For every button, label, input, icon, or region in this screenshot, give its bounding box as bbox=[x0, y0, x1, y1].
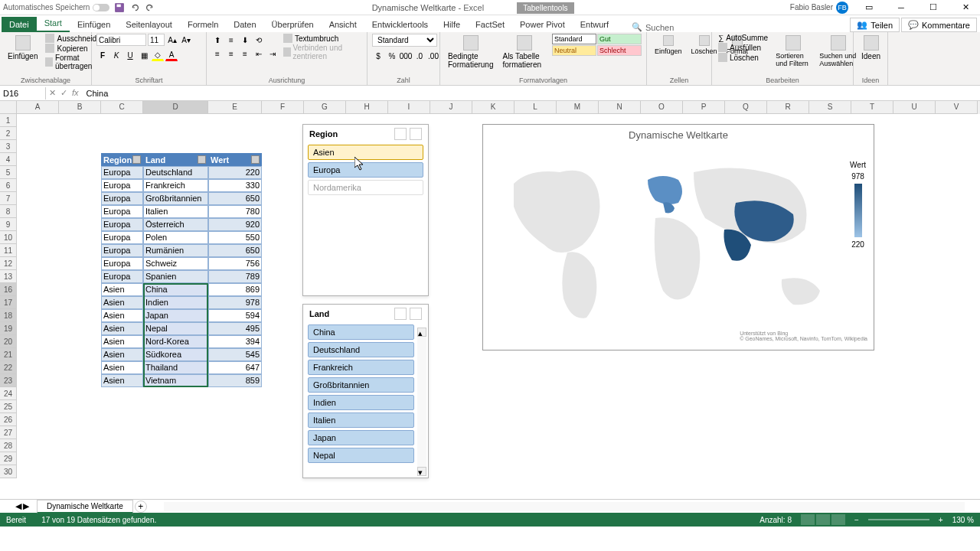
fx-icon[interactable]: fx bbox=[72, 88, 79, 98]
col-header-V[interactable]: V bbox=[936, 101, 978, 114]
align-left-button[interactable]: ≡ bbox=[211, 47, 224, 60]
grid[interactable]: ABCDEFGHIJKLMNOPQRSTUV 12345678910111213… bbox=[0, 101, 980, 499]
style-neutral[interactable]: Neutral bbox=[552, 45, 596, 56]
table-cell[interactable]: Vietnam bbox=[143, 374, 208, 387]
slicer-item-nepal[interactable]: Nepal bbox=[308, 448, 414, 463]
indent-decrease-button[interactable]: ⇤ bbox=[253, 47, 265, 60]
row-header-8[interactable]: 8 bbox=[0, 205, 17, 218]
table-cell[interactable]: Polen bbox=[143, 231, 208, 244]
share-button[interactable]: 👥Teilen bbox=[850, 18, 900, 32]
tab-seitenlayout[interactable]: Seitenlayout bbox=[118, 17, 180, 32]
table-cell[interactable]: Asien bbox=[101, 361, 143, 374]
number-format-select[interactable]: Standard bbox=[372, 34, 437, 47]
table-cell[interactable]: Europa bbox=[101, 166, 143, 179]
font-color-button[interactable]: A bbox=[165, 49, 178, 61]
insert-cells-button[interactable]: Einfügen bbox=[652, 34, 685, 57]
table-cell[interactable]: Asien bbox=[101, 296, 143, 309]
font-name-select[interactable] bbox=[96, 34, 146, 46]
comments-button[interactable]: 💬Kommentare bbox=[901, 18, 977, 32]
table-header-land[interactable]: Land bbox=[143, 153, 208, 166]
slicer-item-asien[interactable]: Asien bbox=[308, 145, 423, 160]
align-bottom-button[interactable]: ⬇ bbox=[239, 34, 251, 46]
fill-button[interactable]: Ausfüllen bbox=[717, 43, 769, 52]
merge-button[interactable]: Verbinden und zentrieren bbox=[282, 44, 362, 60]
table-cell[interactable]: 650 bbox=[208, 192, 262, 205]
slicer-item-europa[interactable]: Europa bbox=[308, 162, 423, 178]
row-header-1[interactable]: 1 bbox=[0, 114, 17, 127]
col-header-P[interactable]: P bbox=[683, 101, 725, 114]
row-header-11[interactable]: 11 bbox=[0, 244, 17, 257]
currency-button[interactable]: $ bbox=[372, 50, 384, 62]
table-cell[interactable]: Asien bbox=[101, 283, 143, 296]
add-sheet-button[interactable]: + bbox=[135, 500, 147, 513]
row-header-18[interactable]: 18 bbox=[0, 309, 17, 322]
table-cell[interactable]: Europa bbox=[101, 205, 143, 218]
underline-button[interactable]: U bbox=[124, 49, 136, 61]
col-header-D[interactable]: D bbox=[143, 101, 208, 114]
zoom-slider[interactable] bbox=[868, 519, 929, 520]
table-cell[interactable]: Spanien bbox=[143, 270, 208, 283]
region-slicer[interactable]: Region AsienEuropaNordamerika bbox=[302, 124, 429, 296]
zoom-out-button[interactable]: − bbox=[854, 516, 859, 524]
row-header-3[interactable]: 3 bbox=[0, 140, 17, 153]
table-cell[interactable]: Asien bbox=[101, 374, 143, 387]
tell-me-search[interactable]: 🔍 Suchen bbox=[632, 22, 674, 32]
tab-start[interactable]: Start bbox=[37, 15, 70, 32]
table-cell[interactable]: Schweiz bbox=[143, 257, 208, 270]
col-header-L[interactable]: L bbox=[514, 101, 557, 114]
row-header-20[interactable]: 20 bbox=[0, 335, 17, 348]
zoom-in-button[interactable]: + bbox=[939, 516, 943, 524]
decrease-font-icon[interactable]: A▾ bbox=[180, 34, 192, 46]
col-header-O[interactable]: O bbox=[641, 101, 683, 114]
align-right-button[interactable]: ≡ bbox=[239, 47, 251, 60]
tab-formeln[interactable]: Formeln bbox=[180, 17, 226, 32]
ribbon-display-icon[interactable]: ▭ bbox=[858, 1, 880, 15]
font-size-select[interactable] bbox=[148, 34, 165, 46]
style-standard[interactable]: Standard bbox=[552, 34, 596, 44]
table-cell[interactable]: 647 bbox=[208, 361, 262, 374]
table-header-region[interactable]: Region bbox=[101, 153, 143, 166]
zoom-level[interactable]: 130 % bbox=[952, 516, 974, 524]
align-top-button[interactable]: ⬆ bbox=[211, 34, 224, 46]
scroll-down-button[interactable]: ▾ bbox=[417, 467, 426, 476]
table-cell[interactable]: 220 bbox=[208, 166, 262, 179]
align-center-button[interactable]: ≡ bbox=[225, 47, 237, 60]
row-header-7[interactable]: 7 bbox=[0, 192, 17, 205]
clear-filter-icon[interactable] bbox=[410, 308, 422, 320]
table-cell[interactable]: 545 bbox=[208, 348, 262, 361]
table-cell[interactable]: Europa bbox=[101, 218, 143, 231]
tab-ansicht[interactable]: Ansicht bbox=[322, 17, 364, 32]
redo-icon[interactable] bbox=[145, 2, 155, 13]
table-cell[interactable]: Thailand bbox=[143, 361, 208, 374]
view-normal-button[interactable] bbox=[801, 514, 815, 525]
cell-styles-gallery[interactable]: Standard Gut Neutral Schlecht bbox=[552, 34, 642, 56]
slicer-item-nordamerika[interactable]: Nordamerika bbox=[308, 180, 423, 195]
table-cell[interactable]: Indien bbox=[143, 296, 208, 309]
enter-formula-icon[interactable]: ✓ bbox=[60, 88, 67, 98]
multi-select-icon[interactable] bbox=[394, 128, 407, 140]
table-cell[interactable]: China bbox=[143, 283, 208, 296]
slicer-item-frankreich[interactable]: Frankreich bbox=[308, 360, 414, 375]
tab-entwicklertools[interactable]: Entwicklertools bbox=[364, 17, 436, 32]
table-cell[interactable]: Europa bbox=[101, 231, 143, 244]
col-header-C[interactable]: C bbox=[101, 101, 143, 114]
thousand-button[interactable]: 000 bbox=[400, 50, 412, 62]
style-schlecht[interactable]: Schlecht bbox=[597, 45, 642, 56]
table-cell[interactable]: Asien bbox=[101, 348, 143, 361]
tab-factset[interactable]: FactSet bbox=[468, 17, 512, 32]
row-header-2[interactable]: 2 bbox=[0, 127, 17, 140]
table-cell[interactable]: 650 bbox=[208, 244, 262, 257]
col-header-F[interactable]: F bbox=[262, 101, 304, 114]
col-header-A[interactable]: A bbox=[17, 101, 59, 114]
col-header-T[interactable]: T bbox=[851, 101, 893, 114]
sheet-nav-next-icon[interactable]: ▶ bbox=[23, 501, 29, 511]
minimize-icon[interactable]: ─ bbox=[890, 1, 913, 15]
table-cell[interactable]: 495 bbox=[208, 322, 262, 335]
row-header-17[interactable]: 17 bbox=[0, 296, 17, 309]
row-header-4[interactable]: 4 bbox=[0, 153, 17, 166]
tab-powerpivot[interactable]: Power Pivot bbox=[512, 17, 573, 32]
col-header-J[interactable]: J bbox=[430, 101, 472, 114]
slicer-item-indien[interactable]: Indien bbox=[308, 395, 414, 410]
table-cell[interactable]: 330 bbox=[208, 179, 262, 192]
sheet-tab-active[interactable]: Dynamische Weltkarte bbox=[37, 500, 133, 514]
